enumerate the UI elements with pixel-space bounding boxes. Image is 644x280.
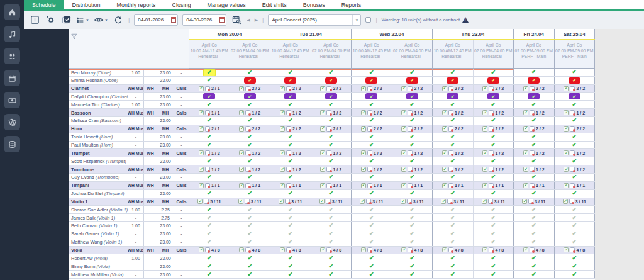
schedule-cell[interactable]: ✔: [189, 77, 230, 84]
schedule-cell[interactable]: ✔: [392, 93, 433, 101]
schedule-cell[interactable]: 1 / 2: [352, 165, 392, 173]
schedule-cell[interactable]: ✔: [392, 230, 433, 238]
schedule-cell[interactable]: ✔: [352, 101, 392, 108]
musician-row-label[interactable]: Tania Hewett (Horn)-23.00-: [69, 133, 189, 142]
schedule-cell[interactable]: ✔: [514, 254, 555, 262]
schedule-cell[interactable]: ✔: [392, 157, 433, 165]
musician-row-label[interactable]: James Baik (Violin 1)-2.75-: [69, 214, 189, 222]
musician-row-label[interactable]: Binny Bunn (Viola)-23.00-: [69, 262, 189, 271]
schedule-cell[interactable]: ✔: [433, 77, 474, 84]
schedule-cell[interactable]: ✔: [555, 77, 596, 84]
schedule-cell[interactable]: 1 / 2: [514, 149, 555, 157]
schedule-cell[interactable]: 1 / 2: [270, 149, 311, 157]
schedule-cell[interactable]: ✔: [433, 101, 474, 108]
schedule-cell[interactable]: 1 / 2: [230, 149, 271, 157]
schedule-cell[interactable]: 1 / 2: [514, 109, 555, 116]
schedule-cell[interactable]: ✔: [352, 69, 392, 76]
schedule-cell[interactable]: ✔: [270, 206, 311, 213]
schedule-cell[interactable]: ✔: [352, 157, 392, 165]
finance-button[interactable]: [4, 92, 20, 108]
schedule-cell[interactable]: ✔: [433, 271, 474, 278]
schedule-cell[interactable]: ✔: [270, 101, 311, 108]
section-row-label[interactable]: ClarinetWH MusWHMHCalls: [69, 85, 189, 93]
schedule-cell[interactable]: ✔: [311, 271, 352, 278]
schedule-cell[interactable]: ✔: [474, 174, 514, 181]
schedule-cell[interactable]: 1 / 2: [433, 149, 474, 157]
schedule-cell[interactable]: ✔: [311, 101, 352, 108]
schedule-cell[interactable]: ✔: [270, 214, 311, 221]
schedule-cell[interactable]: ✔: [474, 222, 514, 230]
schedule-cell[interactable]: ✔: [270, 133, 311, 141]
schedule-cell[interactable]: 1 / 2: [474, 149, 514, 157]
schedule-cell[interactable]: ✔: [392, 142, 433, 149]
schedule-cell[interactable]: ✔: [311, 254, 352, 262]
schedule-cell[interactable]: ✔: [514, 69, 555, 76]
schedule-cell[interactable]: ✔: [433, 214, 474, 221]
schedule-cell[interactable]: 3 / 11: [311, 198, 352, 206]
schedule-cell[interactable]: ✔: [433, 206, 474, 213]
schedule-cell[interactable]: 2 / 2: [311, 125, 352, 133]
schedule-cell[interactable]: ✔: [311, 69, 352, 76]
schedule-cell[interactable]: ✔: [311, 77, 352, 84]
schedule-cell[interactable]: ✔: [189, 254, 230, 262]
schedule-cell[interactable]: ✔: [270, 117, 311, 125]
schedule-cell[interactable]: 2 / 2: [270, 125, 311, 133]
schedule-cell[interactable]: 2 / 2: [230, 125, 271, 133]
schedule-cell[interactable]: ✔: [433, 133, 474, 141]
schedule-cell[interactable]: ✔: [392, 133, 433, 141]
schedule-cell[interactable]: ✔: [189, 93, 230, 101]
refresh-button[interactable]: [113, 14, 124, 26]
schedule-cell[interactable]: ✔: [474, 190, 514, 198]
schedule-cell[interactable]: ✔: [514, 157, 555, 165]
schedule-cell[interactable]: 1 / 2: [392, 165, 433, 173]
schedule-cell[interactable]: 3 / 11: [433, 198, 474, 206]
schedule-cell[interactable]: ✔: [474, 93, 514, 101]
musician-row-label[interactable]: Paul Moulton (Horn)-23.00-: [69, 142, 189, 150]
schedule-cell[interactable]: ✔: [352, 206, 392, 213]
calendar-icon[interactable]: [171, 17, 176, 23]
schedule-cell[interactable]: 4 / 8: [433, 247, 474, 254]
schedule-cell[interactable]: 4 / 8: [189, 247, 230, 254]
concert-filter-checkbox[interactable]: [365, 17, 371, 23]
schedule-cell[interactable]: ✔: [311, 142, 352, 149]
schedule-cell[interactable]: ✔: [230, 254, 271, 262]
schedule-cell[interactable]: 4 / 8: [352, 247, 392, 254]
schedule-cell[interactable]: 1 / 2: [270, 109, 311, 116]
schedule-cell[interactable]: ✔: [352, 133, 392, 141]
section-row-label[interactable]: TromboneWH MusWHMHCalls: [69, 165, 189, 174]
schedule-cell[interactable]: ✔: [189, 214, 230, 221]
schedule-cell[interactable]: ✔: [270, 230, 311, 238]
section-row-label[interactable]: TimpaniWH MusWHMHCalls: [69, 182, 189, 190]
schedule-cell[interactable]: ✔: [433, 117, 474, 125]
event-header-cell[interactable]: April Co10:00 AM-12:45 PMRehearsal -: [433, 40, 474, 68]
schedule-cell[interactable]: 2 / 2: [270, 85, 311, 92]
schedule-cell[interactable]: 3 / 11: [514, 198, 555, 206]
schedule-cell[interactable]: 1 / 1: [555, 182, 596, 189]
schedule-cell[interactable]: ✔: [189, 157, 230, 165]
schedule-cell[interactable]: ✔: [474, 271, 514, 278]
schedule-cell[interactable]: ✔: [474, 101, 514, 108]
schedule-cell[interactable]: ✔: [514, 101, 555, 108]
warning-triangle-icon[interactable]: [462, 17, 469, 23]
event-header-cell[interactable]: April Co10:00 AM-12:45 PMRehearsal -: [189, 40, 230, 68]
schedule-cell[interactable]: ✔: [555, 206, 596, 213]
schedule-cell[interactable]: 3 / 11: [392, 198, 433, 206]
musician-row-label[interactable]: Emma Roshan (Oboe)23.00-: [69, 77, 189, 85]
schedule-cell[interactable]: ✔: [392, 101, 433, 108]
schedule-cell[interactable]: ✔: [555, 230, 596, 238]
schedule-cell[interactable]: 1 / 2: [392, 109, 433, 116]
schedule-cell[interactable]: ✔: [555, 117, 596, 125]
schedule-cell[interactable]: ✔: [474, 254, 514, 262]
schedule-cell[interactable]: 1 / 2: [230, 165, 271, 173]
event-header-cell[interactable]: April Co10:00 AM-12:45 PMRehearsal -: [352, 40, 392, 68]
section-row-label[interactable]: TrumpetWH MusWHMHCalls: [69, 149, 189, 157]
schedule-cell[interactable]: 4 / 8: [555, 247, 596, 254]
schedule-cell[interactable]: ✔: [189, 262, 230, 270]
schedule-cell[interactable]: 1 / 1: [433, 182, 474, 189]
event-header-cell[interactable]: April Co07:00 PM-09:00 PMPERF - Main: [514, 40, 555, 68]
schedule-cell[interactable]: ✔: [189, 117, 230, 125]
schedule-cell[interactable]: ✔: [352, 190, 392, 198]
schedule-cell[interactable]: ✔: [555, 262, 596, 270]
schedule-cell[interactable]: ✔: [230, 238, 271, 246]
schedule-cell[interactable]: ✔: [514, 206, 555, 213]
